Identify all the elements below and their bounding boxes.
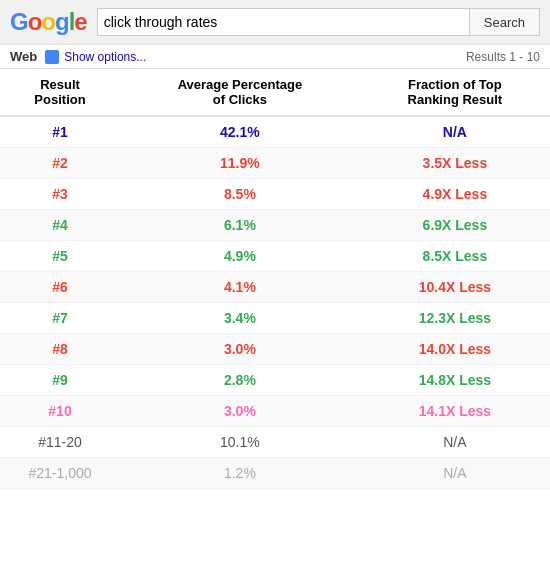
table-row: #211.9%3.5X Less [0, 148, 550, 179]
cell-clicks: 2.8% [120, 365, 360, 396]
cell-clicks: 3.0% [120, 396, 360, 427]
table-row: #21-1,0001.2%N/A [0, 458, 550, 489]
search-button[interactable]: Search [469, 8, 540, 36]
cell-clicks: 3.4% [120, 303, 360, 334]
cell-fraction: 8.5X Less [360, 241, 550, 272]
table-row: #46.1%6.9X Less [0, 210, 550, 241]
cell-fraction: 14.1X Less [360, 396, 550, 427]
table-row: #73.4%12.3X Less [0, 303, 550, 334]
cell-position: #3 [0, 179, 120, 210]
cell-clicks: 1.2% [120, 458, 360, 489]
cell-fraction: 4.9X Less [360, 179, 550, 210]
table-header-row: ResultPosition Average Percentageof Clic… [0, 69, 550, 116]
show-options-link[interactable]: Show options... [45, 50, 146, 64]
cell-clicks: 8.5% [120, 179, 360, 210]
cell-clicks: 3.0% [120, 334, 360, 365]
cell-position: #6 [0, 272, 120, 303]
web-tab[interactable]: Web [10, 49, 37, 64]
search-input[interactable] [97, 8, 469, 36]
cell-position: #8 [0, 334, 120, 365]
cell-position: #5 [0, 241, 120, 272]
cell-position: #10 [0, 396, 120, 427]
cell-clicks: 4.9% [120, 241, 360, 272]
google-logo: Google [10, 8, 87, 36]
cell-fraction: 10.4X Less [360, 272, 550, 303]
table-row: #83.0%14.0X Less [0, 334, 550, 365]
cell-clicks: 4.1% [120, 272, 360, 303]
show-options-label: Show options... [64, 50, 146, 64]
cell-clicks: 6.1% [120, 210, 360, 241]
table-row: #142.1%N/A [0, 116, 550, 148]
col-header-fraction: Fraction of TopRanking Result [360, 69, 550, 116]
cell-clicks: 42.1% [120, 116, 360, 148]
cell-fraction: 12.3X Less [360, 303, 550, 334]
cell-clicks: 11.9% [120, 148, 360, 179]
cell-position: #9 [0, 365, 120, 396]
cell-position: #11-20 [0, 427, 120, 458]
cell-fraction: 14.8X Less [360, 365, 550, 396]
show-options-icon [45, 50, 59, 64]
cell-fraction: N/A [360, 458, 550, 489]
cell-fraction: 6.9X Less [360, 210, 550, 241]
results-table: ResultPosition Average Percentageof Clic… [0, 69, 550, 489]
table-row: #64.1%10.4X Less [0, 272, 550, 303]
cell-fraction: 3.5X Less [360, 148, 550, 179]
cell-clicks: 10.1% [120, 427, 360, 458]
cell-position: #4 [0, 210, 120, 241]
cell-position: #21-1,000 [0, 458, 120, 489]
cell-fraction: N/A [360, 427, 550, 458]
search-header: Google Search [0, 0, 550, 45]
table-row: #54.9%8.5X Less [0, 241, 550, 272]
cell-position: #1 [0, 116, 120, 148]
cell-fraction: N/A [360, 116, 550, 148]
table-row: #11-2010.1%N/A [0, 427, 550, 458]
cell-fraction: 14.0X Less [360, 334, 550, 365]
nav-left: Web Show options... [10, 49, 146, 64]
cell-position: #7 [0, 303, 120, 334]
results-count: Results 1 - 10 [466, 50, 540, 64]
col-header-position: ResultPosition [0, 69, 120, 116]
cell-position: #2 [0, 148, 120, 179]
nav-bar: Web Show options... Results 1 - 10 [0, 45, 550, 69]
table-row: #38.5%4.9X Less [0, 179, 550, 210]
col-header-clicks: Average Percentageof Clicks [120, 69, 360, 116]
table-row: #92.8%14.8X Less [0, 365, 550, 396]
table-row: #103.0%14.1X Less [0, 396, 550, 427]
